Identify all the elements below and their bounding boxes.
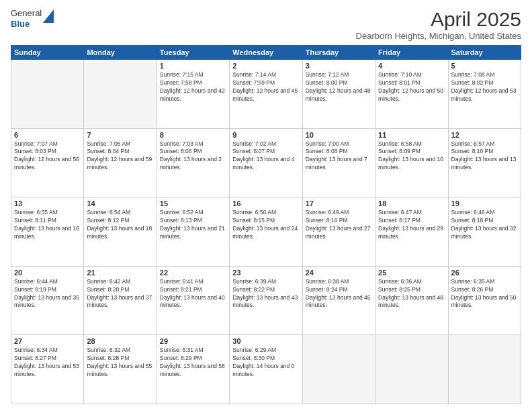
logo-text: General Blue bbox=[11, 8, 42, 29]
table-row: 6Sunrise: 7:07 AMSunset: 8:03 PMDaylight… bbox=[11, 128, 84, 197]
header: General Blue April 2025 Dearborn Heights… bbox=[11, 8, 521, 41]
day-number: 19 bbox=[451, 199, 518, 208]
header-monday: Monday bbox=[84, 46, 157, 60]
table-row bbox=[448, 335, 521, 404]
title-block: April 2025 Dearborn Heights, Michigan, U… bbox=[356, 8, 521, 41]
day-number: 13 bbox=[14, 199, 81, 208]
day-number: 30 bbox=[232, 337, 299, 345]
day-info: Sunrise: 6:52 AMSunset: 8:13 PMDaylight:… bbox=[160, 209, 226, 241]
day-info: Sunrise: 6:46 AMSunset: 8:18 PMDaylight:… bbox=[451, 209, 518, 241]
day-info: Sunrise: 6:35 AMSunset: 8:26 PMDaylight:… bbox=[451, 278, 518, 310]
day-number: 6 bbox=[14, 131, 81, 139]
table-row: 8Sunrise: 7:03 AMSunset: 8:06 PMDaylight… bbox=[157, 128, 229, 197]
day-number: 2 bbox=[232, 62, 299, 70]
day-info: Sunrise: 6:42 AMSunset: 8:20 PMDaylight:… bbox=[87, 278, 153, 310]
table-row: 11Sunrise: 6:58 AMSunset: 8:09 PMDayligh… bbox=[375, 128, 448, 197]
day-info: Sunrise: 7:10 AMSunset: 8:01 PMDaylight:… bbox=[378, 71, 445, 103]
day-number: 16 bbox=[232, 199, 299, 208]
day-info: Sunrise: 7:12 AMSunset: 8:00 PMDaylight:… bbox=[306, 71, 372, 103]
table-row bbox=[84, 60, 157, 129]
table-row: 15Sunrise: 6:52 AMSunset: 8:13 PMDayligh… bbox=[157, 197, 229, 267]
calendar-week-row: 13Sunrise: 6:55 AMSunset: 8:11 PMDayligh… bbox=[11, 197, 521, 267]
table-row: 1Sunrise: 7:15 AMSunset: 7:58 PMDaylight… bbox=[157, 60, 229, 129]
day-info: Sunrise: 7:02 AMSunset: 8:07 PMDaylight:… bbox=[232, 140, 299, 173]
table-row: 20Sunrise: 6:44 AMSunset: 8:19 PMDayligh… bbox=[11, 266, 84, 335]
logo-icon bbox=[43, 9, 54, 23]
day-info: Sunrise: 6:55 AMSunset: 8:11 PMDaylight:… bbox=[14, 209, 81, 241]
table-row: 16Sunrise: 6:50 AMSunset: 8:15 PMDayligh… bbox=[230, 197, 302, 267]
table-row: 30Sunrise: 6:29 AMSunset: 8:30 PMDayligh… bbox=[230, 335, 302, 404]
day-info: Sunrise: 6:41 AMSunset: 8:21 PMDaylight:… bbox=[160, 278, 226, 310]
day-number: 4 bbox=[378, 62, 445, 70]
day-info: Sunrise: 6:29 AMSunset: 8:30 PMDaylight:… bbox=[232, 347, 299, 379]
location-subtitle: Dearborn Heights, Michigan, United State… bbox=[356, 31, 521, 41]
table-row: 22Sunrise: 6:41 AMSunset: 8:21 PMDayligh… bbox=[157, 266, 229, 335]
day-number: 27 bbox=[14, 337, 81, 345]
table-row: 2Sunrise: 7:14 AMSunset: 7:59 PMDaylight… bbox=[230, 60, 302, 129]
table-row: 19Sunrise: 6:46 AMSunset: 8:18 PMDayligh… bbox=[448, 197, 521, 267]
header-tuesday: Tuesday bbox=[157, 46, 229, 60]
day-number: 21 bbox=[87, 269, 153, 277]
logo: General Blue bbox=[11, 8, 54, 29]
day-info: Sunrise: 6:54 AMSunset: 8:12 PMDaylight:… bbox=[87, 209, 153, 241]
day-number: 17 bbox=[306, 199, 372, 208]
day-number: 24 bbox=[306, 269, 372, 277]
header-wednesday: Wednesday bbox=[230, 46, 302, 60]
day-info: Sunrise: 6:47 AMSunset: 8:17 PMDaylight:… bbox=[378, 209, 445, 241]
table-row: 4Sunrise: 7:10 AMSunset: 8:01 PMDaylight… bbox=[375, 60, 448, 129]
table-row: 14Sunrise: 6:54 AMSunset: 8:12 PMDayligh… bbox=[84, 197, 157, 267]
day-number: 9 bbox=[232, 131, 299, 139]
day-number: 28 bbox=[87, 337, 153, 345]
day-number: 7 bbox=[87, 131, 153, 139]
day-info: Sunrise: 7:05 AMSunset: 8:04 PMDaylight:… bbox=[87, 140, 153, 173]
header-friday: Friday bbox=[375, 46, 448, 60]
header-saturday: Saturday bbox=[448, 46, 521, 60]
day-info: Sunrise: 6:57 AMSunset: 8:10 PMDaylight:… bbox=[451, 140, 518, 173]
day-info: Sunrise: 6:44 AMSunset: 8:19 PMDaylight:… bbox=[14, 278, 81, 310]
day-number: 25 bbox=[378, 269, 445, 277]
month-year-title: April 2025 bbox=[356, 8, 521, 31]
calendar-header-row: Sunday Monday Tuesday Wednesday Thursday… bbox=[11, 46, 521, 60]
day-number: 22 bbox=[160, 269, 226, 277]
page: General Blue April 2025 Dearborn Heights… bbox=[0, 0, 532, 411]
table-row: 7Sunrise: 7:05 AMSunset: 8:04 PMDaylight… bbox=[84, 128, 157, 197]
day-info: Sunrise: 7:15 AMSunset: 7:58 PMDaylight:… bbox=[160, 71, 226, 103]
table-row: 29Sunrise: 6:31 AMSunset: 8:29 PMDayligh… bbox=[157, 335, 229, 404]
day-info: Sunrise: 7:03 AMSunset: 8:06 PMDaylight:… bbox=[160, 140, 226, 173]
day-number: 8 bbox=[160, 131, 226, 139]
table-row bbox=[302, 335, 375, 404]
table-row: 23Sunrise: 6:39 AMSunset: 8:22 PMDayligh… bbox=[230, 266, 302, 335]
calendar-week-row: 20Sunrise: 6:44 AMSunset: 8:19 PMDayligh… bbox=[11, 266, 521, 335]
calendar-table: Sunday Monday Tuesday Wednesday Thursday… bbox=[11, 45, 521, 404]
day-number: 5 bbox=[451, 62, 518, 70]
day-info: Sunrise: 6:39 AMSunset: 8:22 PMDaylight:… bbox=[232, 278, 299, 310]
day-number: 1 bbox=[160, 62, 226, 70]
day-number: 26 bbox=[451, 269, 518, 277]
day-number: 20 bbox=[14, 269, 81, 277]
table-row: 25Sunrise: 6:36 AMSunset: 8:25 PMDayligh… bbox=[375, 266, 448, 335]
day-number: 23 bbox=[232, 269, 299, 277]
table-row: 21Sunrise: 6:42 AMSunset: 8:20 PMDayligh… bbox=[84, 266, 157, 335]
calendar-week-row: 27Sunrise: 6:34 AMSunset: 8:27 PMDayligh… bbox=[11, 335, 521, 404]
calendar-week-row: 6Sunrise: 7:07 AMSunset: 8:03 PMDaylight… bbox=[11, 128, 521, 197]
day-info: Sunrise: 6:49 AMSunset: 8:16 PMDaylight:… bbox=[306, 209, 372, 241]
table-row: 24Sunrise: 6:38 AMSunset: 8:24 PMDayligh… bbox=[302, 266, 375, 335]
day-number: 14 bbox=[87, 199, 153, 208]
table-row: 18Sunrise: 6:47 AMSunset: 8:17 PMDayligh… bbox=[375, 197, 448, 267]
table-row: 9Sunrise: 7:02 AMSunset: 8:07 PMDaylight… bbox=[230, 128, 302, 197]
table-row: 12Sunrise: 6:57 AMSunset: 8:10 PMDayligh… bbox=[448, 128, 521, 197]
table-row bbox=[11, 60, 84, 129]
svg-marker-0 bbox=[43, 9, 54, 23]
table-row: 17Sunrise: 6:49 AMSunset: 8:16 PMDayligh… bbox=[302, 197, 375, 267]
table-row bbox=[375, 335, 448, 404]
day-number: 10 bbox=[306, 131, 372, 139]
day-info: Sunrise: 6:38 AMSunset: 8:24 PMDaylight:… bbox=[306, 278, 372, 310]
day-info: Sunrise: 6:50 AMSunset: 8:15 PMDaylight:… bbox=[232, 209, 299, 241]
table-row: 13Sunrise: 6:55 AMSunset: 8:11 PMDayligh… bbox=[11, 197, 84, 267]
day-info: Sunrise: 7:08 AMSunset: 8:02 PMDaylight:… bbox=[451, 71, 518, 103]
day-number: 15 bbox=[160, 199, 226, 208]
table-row: 27Sunrise: 6:34 AMSunset: 8:27 PMDayligh… bbox=[11, 335, 84, 404]
day-info: Sunrise: 7:14 AMSunset: 7:59 PMDaylight:… bbox=[232, 71, 299, 103]
day-info: Sunrise: 6:34 AMSunset: 8:27 PMDaylight:… bbox=[14, 347, 81, 379]
table-row: 10Sunrise: 7:00 AMSunset: 8:08 PMDayligh… bbox=[302, 128, 375, 197]
